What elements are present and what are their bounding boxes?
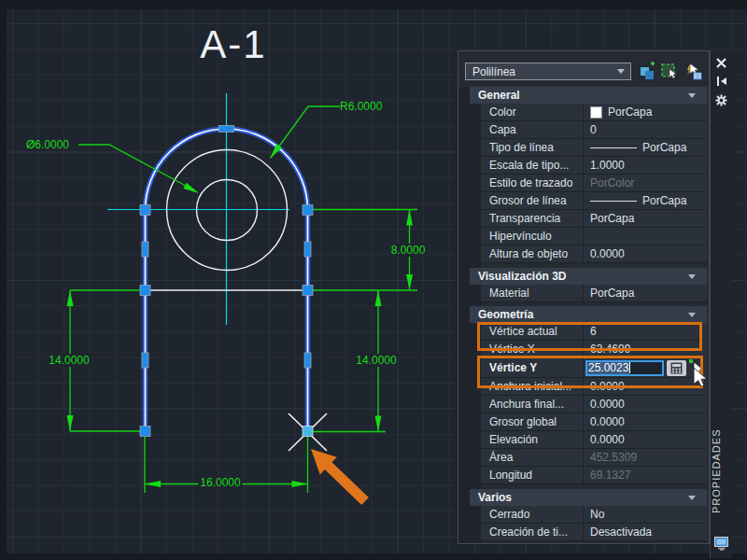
chevron-down-icon: [617, 69, 625, 74]
row-longitud: Longitud 69.1327: [481, 467, 707, 484]
row-grosor-global: Grosor global 0.0000: [481, 413, 707, 431]
property-label: Longitud: [481, 469, 583, 482]
property-value[interactable]: PorCapa: [583, 285, 707, 301]
property-value[interactable]: No: [583, 506, 707, 523]
lineweight-sample: [590, 201, 637, 202]
property-value[interactable]: 0.0000: [583, 431, 707, 448]
row-elevacion: Elevación 0.0000: [481, 431, 707, 449]
row-escala-tipo: Escala de tipo... 1.0000: [481, 157, 707, 175]
display-icon[interactable]: [714, 537, 729, 554]
property-value[interactable]: 0.0000: [583, 413, 707, 430]
palette-title-vertical[interactable]: PROPIEDADES: [711, 420, 733, 523]
section-header-general[interactable]: General: [470, 87, 707, 104]
row-cerrado: Cerrado No: [481, 506, 707, 524]
row-creacion: Creación de ti... Desactivada: [481, 524, 707, 541]
close-icon[interactable]: [715, 56, 728, 69]
row-transparencia: Transparencia PorCapa: [481, 210, 707, 228]
row-color: Color PorCapa: [481, 104, 707, 121]
property-value[interactable]: 0.0000: [583, 245, 707, 262]
property-label: Color: [481, 105, 583, 119]
row-area: Área 452.5309: [481, 449, 707, 467]
highlight-vertice-actual: [477, 322, 702, 351]
property-label: Transparencia: [481, 212, 583, 225]
dim-radius-label: R6.0000: [340, 100, 382, 113]
collapse-icon: [688, 313, 696, 317]
property-value[interactable]: PorCapa: [583, 192, 707, 209]
row-anchura-final: Anchura final... 0.0000: [481, 396, 707, 413]
collapse-icon: [688, 274, 696, 279]
palette-titlebar: Polilínea: [458, 51, 709, 87]
object-type-dropdown[interactable]: Polilínea: [465, 63, 631, 80]
dim-right-14-label: 14.0000: [354, 354, 398, 367]
row-grosor-linea: Grosor de línea PorCapa: [481, 192, 707, 210]
property-label: Estilo de trazado: [481, 176, 583, 189]
properties-palette: Polilínea General Color PorCapa Capa 0: [458, 50, 710, 544]
dimensions: [67, 106, 418, 493]
property-value: 452.5309: [583, 449, 707, 466]
row-altura-objeto: Altura de objeto 0.0000: [481, 245, 707, 263]
property-value[interactable]: [583, 228, 707, 245]
property-label: Escala de tipo...: [481, 159, 583, 172]
row-tipo-linea: Tipo de línea PorCapa: [481, 139, 707, 157]
palette-title-strip: PROPIEDADES: [710, 50, 732, 558]
section-header-visualizacion-3d[interactable]: Visualización 3D: [470, 268, 707, 285]
property-label: Grosor de línea: [481, 194, 583, 207]
dim-16-label: 16.0000: [198, 476, 242, 489]
row-material: Material PorCapa: [481, 285, 707, 302]
toggle-pickadd-button[interactable]: [639, 62, 657, 80]
property-label: Tipo de línea: [481, 141, 583, 154]
object-type-value: Polilínea: [466, 65, 617, 78]
active-grip: [303, 427, 313, 437]
property-value: 69.1327: [583, 467, 707, 483]
property-value[interactable]: PorCapa: [583, 210, 707, 227]
property-value[interactable]: 0.0000: [583, 396, 707, 413]
collapse-icon: [688, 93, 696, 98]
auto-hide-pin-icon[interactable]: [715, 75, 728, 88]
property-label: Altura de objeto: [481, 247, 583, 260]
property-label: Creación de ti...: [481, 525, 583, 539]
property-label: Área: [481, 451, 583, 464]
property-label: Elevación: [481, 433, 583, 446]
row-estilo-trazado: Estilo de trazado PorColor: [481, 175, 707, 192]
settings-gear-icon[interactable]: [715, 93, 728, 106]
property-label: Anchura final...: [481, 398, 583, 411]
property-label: Hipervínculo: [481, 230, 583, 243]
property-label: Material: [481, 287, 583, 300]
property-value[interactable]: PorCapa: [583, 139, 707, 156]
dim-diameter-label: Ø6.0000: [26, 138, 69, 151]
property-value[interactable]: 0: [583, 121, 707, 138]
section-header-geometria[interactable]: Geometría: [470, 306, 707, 323]
dim-left-14-label: 14.0000: [47, 354, 91, 367]
property-value[interactable]: PorCapa: [583, 104, 707, 120]
section-header-varios[interactable]: Varios: [470, 489, 707, 506]
property-value: PorColor: [583, 175, 707, 191]
linetype-sample: [590, 147, 637, 148]
mouse-cursor: [693, 368, 710, 392]
row-capa: Capa 0: [481, 121, 707, 139]
property-label: Grosor global: [481, 415, 583, 428]
annotation-arrow: [311, 449, 369, 505]
property-value[interactable]: Desactivada: [583, 524, 707, 540]
dim-8-label: 8.0000: [389, 244, 428, 257]
row-hipervinculo: Hipervínculo: [481, 228, 707, 245]
color-swatch: [590, 106, 602, 119]
highlight-vertice-y: [477, 356, 703, 388]
select-objects-button[interactable]: [660, 62, 679, 80]
quick-select-button[interactable]: [683, 62, 701, 80]
property-label: Cerrado: [481, 508, 583, 521]
collapse-icon: [688, 496, 696, 500]
property-label: Capa: [481, 123, 583, 136]
property-value[interactable]: 1.0000: [583, 157, 707, 174]
